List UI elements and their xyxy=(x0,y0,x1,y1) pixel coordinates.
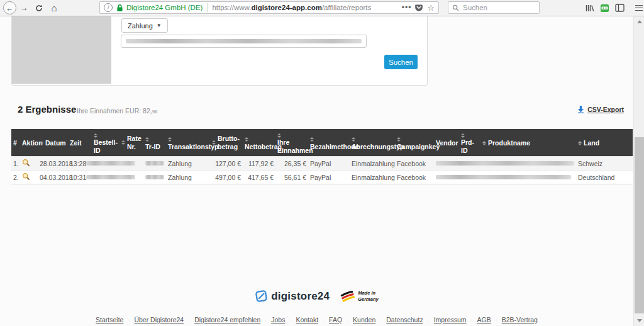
col-land[interactable]: Land xyxy=(576,129,633,157)
footer-link-faq[interactable]: FAQ xyxy=(329,316,342,323)
sort-icon xyxy=(352,137,355,142)
sort-icon xyxy=(145,137,149,142)
cell-bestell-id xyxy=(92,157,119,171)
col-bestell-id[interactable]: Bestell- ID xyxy=(92,129,119,157)
cell-abrechnungstyp: Einmalzahlung xyxy=(350,157,395,171)
home-button[interactable]: ⌂ xyxy=(47,1,62,16)
cell-bruttobetrag: 497,00 € xyxy=(210,171,243,184)
search-submit-button[interactable]: Suchen xyxy=(384,55,418,69)
cell-vendor-produkt xyxy=(434,171,576,184)
keyword-input[interactable] xyxy=(121,35,367,48)
col-bruttobetrag[interactable]: Brutto- betrag xyxy=(210,129,243,157)
details-zoom-icon[interactable] xyxy=(22,159,30,167)
library-icon[interactable] xyxy=(585,4,594,13)
search-icon xyxy=(452,4,459,11)
col-produktname[interactable]: Produktname xyxy=(480,129,576,157)
scrollbar-down-arrow[interactable] xyxy=(637,319,642,322)
col-prd-id[interactable]: Prd- ID xyxy=(459,129,480,157)
scrollbar-up-arrow[interactable] xyxy=(637,20,642,23)
sort-icon xyxy=(121,140,125,145)
cell-bruttobetrag: 127,00 € xyxy=(210,157,243,171)
page-actions-icon[interactable]: ••• xyxy=(402,3,412,12)
col-campaignkey[interactable]: Campaignkey xyxy=(395,129,434,157)
col-bezahlmethode[interactable]: Bezahlmethode xyxy=(308,129,350,157)
earnings-summary: Ihre Einnahmen EUR: 82,96 xyxy=(77,107,158,115)
col-tr-id[interactable]: Tr-ID xyxy=(143,129,166,157)
vertical-scrollbar[interactable] xyxy=(633,16,644,326)
sort-icon xyxy=(40,141,43,145)
cell-tr-id xyxy=(143,171,166,184)
results-table: # Aktion Datum Zeit Bestell- ID Rate Nr.… xyxy=(11,129,633,184)
made-in-germany-badge: Made inGermany xyxy=(340,290,379,302)
cell-datum: 28.03.2018 xyxy=(38,157,68,171)
footer-link-jobs[interactable]: Jobs xyxy=(271,316,285,323)
footer-link-b2b[interactable]: B2B-Vertrag xyxy=(502,316,538,323)
col-aktion: Aktion xyxy=(20,129,38,157)
download-icon xyxy=(577,105,584,113)
sort-icon xyxy=(310,137,314,142)
digistore24-logo: digistore24 xyxy=(255,289,330,303)
reload-button[interactable] xyxy=(31,1,47,16)
row-index: 2. xyxy=(11,171,20,184)
cell-transaktionstyp: Zahlung xyxy=(166,157,210,171)
browser-search-field[interactable]: Suchen xyxy=(448,1,540,14)
ev-certificate-label: Digistore24 GmbH (DE) xyxy=(126,4,203,11)
footer-link-kunden[interactable]: Kunden xyxy=(353,316,375,323)
sort-icon xyxy=(277,133,281,138)
col-index: # xyxy=(11,129,20,157)
cell-bezahlmethode: PayPal xyxy=(308,157,350,171)
cell-bestell-id xyxy=(92,171,119,184)
col-nettobetrag[interactable]: Nettobetrag xyxy=(243,129,275,157)
row-index: 1. xyxy=(11,157,20,171)
col-transaktionstyp[interactable]: Transaktionstyp xyxy=(166,129,210,157)
footer-link-ueber[interactable]: Über Digistore24 xyxy=(134,316,184,323)
sort-icon xyxy=(212,140,216,145)
sort-icon xyxy=(397,137,401,142)
forward-button[interactable]: → xyxy=(16,1,31,16)
footer-link-impressum[interactable]: Impressum xyxy=(434,316,467,323)
col-abrechnungstyp[interactable]: Abrechnungstyp xyxy=(350,129,395,157)
footer-link-empfehlen[interactable]: Digistore24 empfehlen xyxy=(194,316,260,323)
results-count-title: 2 Ergebnisse xyxy=(18,104,76,115)
scrollbar-thumb[interactable] xyxy=(635,137,644,313)
table-row: 1. 28.03.2018 13:28 Zahlung 127,00 € xyxy=(11,157,633,171)
table-row: 2. 04.03.2018 10:31 Zahlung 497,00 € xyxy=(11,171,633,184)
footer-link-agb[interactable]: AGB xyxy=(477,316,491,323)
back-button[interactable]: ← xyxy=(3,1,16,14)
cell-tr-id xyxy=(143,157,166,171)
cell-campaignkey: Facebook xyxy=(395,157,434,171)
cell-abrechnungstyp: Einmalzahlung xyxy=(350,171,395,184)
digistore24-logo-icon xyxy=(255,289,268,303)
german-flag-icon xyxy=(340,291,355,302)
col-rate-nr[interactable]: Rate Nr. xyxy=(119,129,143,157)
footer-links: Startseite · Über Digistore24 · Digistor… xyxy=(0,316,633,323)
sort-icon xyxy=(168,137,172,142)
details-zoom-icon[interactable] xyxy=(22,172,30,181)
csv-export-link[interactable]: CSV-Export xyxy=(577,105,624,113)
extension-icon[interactable] xyxy=(600,4,609,13)
url-bar[interactable]: i Digistore24 GmbH (DE) https://www.digi… xyxy=(99,1,439,14)
cell-vendor-produkt xyxy=(434,157,576,171)
transaction-type-dropdown[interactable]: Zahlung ▼ xyxy=(121,18,168,33)
page-info-icon[interactable]: i xyxy=(104,3,113,12)
col-datum[interactable]: Datum xyxy=(38,129,68,157)
sort-icon xyxy=(578,141,582,145)
cell-land: Deutschland xyxy=(576,171,633,184)
url-text: https://www.digistore24-app.com/affiliat… xyxy=(212,4,371,11)
footer-link-kontakt[interactable]: Kontakt xyxy=(296,316,318,323)
cell-nettobetrag: 117,92 € xyxy=(243,157,275,171)
col-vendor: Vendor xyxy=(434,129,459,157)
cell-datum: 04.03.2018 xyxy=(38,171,68,184)
pocket-icon[interactable] xyxy=(414,3,423,12)
col-ihre-einnahmen[interactable]: Ihre Einnahmen xyxy=(275,129,308,157)
footer-link-datenschutz[interactable]: Datenschutz xyxy=(386,316,423,323)
bookmark-star-icon[interactable]: ☆ xyxy=(427,3,435,13)
search-placeholder: Suchen xyxy=(463,4,487,11)
redacted-filter-block xyxy=(12,16,111,84)
footer-link-startseite[interactable]: Startseite xyxy=(96,316,123,323)
brand-name: digistore24 xyxy=(271,290,330,303)
browser-toolbar: ← → ⌂ i Digistore24 GmbH (DE) https://ww… xyxy=(0,0,644,16)
menu-icon[interactable] xyxy=(635,5,643,11)
sidebar-icon[interactable] xyxy=(615,4,625,12)
dropdown-label: Zahlung xyxy=(128,22,153,30)
